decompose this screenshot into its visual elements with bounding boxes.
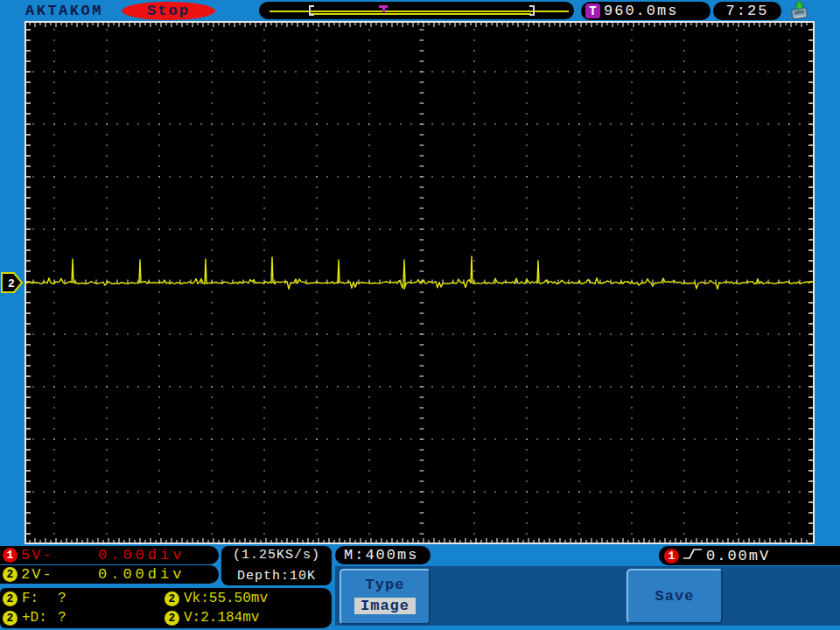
channel1-position: 0.00div	[98, 547, 185, 564]
measurement-row: 2 F:? 2 Vk:55.50mv	[0, 590, 332, 608]
acquisition-status-badge: Stop	[122, 2, 215, 20]
measurement-vk: Vk:55.50mv	[184, 591, 268, 606]
trigger-offset-value: 960.0ms	[604, 3, 678, 19]
clock-readout: 7:25	[713, 2, 781, 20]
rising-edge-icon	[682, 547, 704, 565]
measurement-channel-badge: 2	[3, 592, 18, 606]
channel2-position-marker[interactable]: 2	[1, 271, 24, 298]
acquisition-status-label: Stop	[147, 3, 190, 19]
brand-label: AKTAKOM	[25, 3, 103, 19]
measurement-duty: +D:?	[22, 610, 66, 626]
save-button[interactable]: Save	[626, 569, 723, 624]
type-selected-value[interactable]: Image	[354, 598, 416, 614]
sample-rate-label: (1.25KS/s)	[221, 548, 332, 563]
channel1-scale: 5V-	[21, 547, 53, 564]
oscilloscope-screen: { "top_bar": { "brand": "AKTAKOM", "acqu…	[0, 0, 840, 630]
channel2-scale: 2V-	[21, 566, 53, 583]
acquisition-info-box: (1.25KS/s) Depth:10K	[221, 546, 332, 585]
measurement-v: V:2.184mv	[184, 610, 259, 626]
channel2-readout: 2 2V- 0.00div	[0, 565, 219, 584]
save-button-label: Save	[655, 588, 695, 605]
screen-window-line	[311, 13, 531, 15]
channel2-badge: 2	[3, 567, 18, 582]
window-right-bracket-icon	[529, 5, 535, 16]
clock-value: 7:25	[726, 3, 769, 19]
channel2-marker-label: 2	[8, 277, 15, 290]
channel1-readout: 1 5V- 0.00div	[0, 546, 219, 564]
trigger-t-icon: T	[585, 4, 600, 18]
trigger-level-readout: 1 0.00mV	[659, 546, 840, 565]
waveform-display	[24, 21, 815, 544]
measurement-channel-badge: 2	[3, 611, 18, 626]
measurement-frequency: F:?	[22, 591, 66, 606]
trigger-offset-readout: T 960.0ms	[581, 2, 710, 20]
trigger-source-badge: 1	[664, 549, 679, 564]
type-button-label: Type	[366, 577, 405, 593]
channel2-position: 0.00div	[98, 566, 185, 583]
measurements-panel: 2 F:? 2 Vk:55.50mv 2 +D:? 2 V:2.184mv	[0, 588, 332, 628]
timebase-value: M:400ms	[344, 547, 418, 564]
graticule-and-trace-svg	[24, 21, 815, 544]
measurement-row: 2 +D:? 2 V:2.184mv	[0, 609, 332, 627]
trigger-level-value: 0.00mV	[706, 548, 770, 564]
window-left-bracket-icon	[309, 5, 314, 16]
record-depth-label: Depth:10K	[221, 569, 332, 584]
measurement-channel-badge: 2	[164, 611, 179, 626]
channel1-badge: 1	[3, 548, 18, 563]
record-position-indicator	[259, 2, 574, 19]
measurement-channel-badge: 2	[164, 592, 179, 606]
type-menu-button[interactable]: Type Image	[340, 569, 430, 625]
trigger-position-marker-icon	[379, 5, 388, 8]
timebase-readout: M:400ms	[335, 546, 430, 564]
record-length-line	[270, 10, 569, 12]
